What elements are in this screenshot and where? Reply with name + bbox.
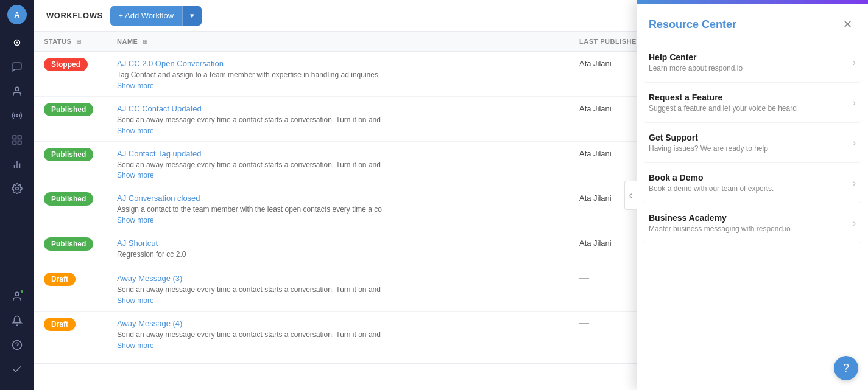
sidebar-item-broadcast[interactable] (6, 105, 28, 127)
table-cell-status: Published (34, 141, 107, 186)
show-more-link[interactable]: Show more (117, 82, 560, 90)
show-more-link[interactable]: Show more (117, 171, 560, 179)
resource-item-title: Book a Demo (649, 173, 853, 183)
table-cell-status: Published (34, 96, 107, 141)
status-badge: Published (44, 192, 93, 206)
show-more-link[interactable]: Show more (117, 216, 560, 225)
workflow-description: Assign a contact to the team member with… (117, 204, 560, 215)
sidebar-item-chat[interactable] (6, 56, 28, 78)
table-cell-name: AJ ShortcutRegression for cc 2.0 (107, 231, 570, 266)
add-workflow-button[interactable]: + Add Workflow ▾ (110, 6, 202, 26)
resource-panel-header: Resource Center ✕ (637, 4, 868, 43)
add-workflow-main-button[interactable]: + Add Workflow (110, 6, 182, 26)
sidebar-item-home[interactable] (6, 32, 28, 54)
table-cell-status: Published (34, 186, 107, 231)
workflow-name-link[interactable]: Away Message (4) (117, 319, 182, 328)
resource-center-panel: Resource Center ✕ Help CenterLearn more … (637, 0, 868, 390)
resource-item-description: Having issues? We are ready to help (649, 144, 853, 153)
sidebar-item-flows[interactable] (6, 129, 28, 151)
avatar[interactable]: A (7, 5, 27, 24)
resource-item-text: Get SupportHaving issues? We are ready t… (649, 133, 853, 153)
svg-point-12 (15, 292, 19, 296)
svg-rect-5 (18, 136, 21, 139)
last-published-by-value: Ata Jilani (579, 149, 612, 158)
resource-panel-close-button[interactable]: ✕ (839, 16, 856, 33)
svg-rect-7 (13, 141, 16, 144)
resource-item-description: Master business messaging with respond.i… (649, 225, 853, 233)
resource-item-title: Get Support (649, 133, 853, 142)
resource-item-arrow-icon: › (853, 97, 856, 108)
resource-item-arrow-icon: › (853, 57, 856, 68)
status-badge: Published (44, 237, 93, 251)
last-published-by-value: Ata Jilani (579, 104, 612, 113)
sidebar: A (0, 0, 34, 390)
add-workflow-dropdown-button[interactable]: ▾ (182, 6, 202, 26)
resource-item-description: Suggest a feature and let your voice be … (649, 104, 853, 113)
resource-items-list: Help CenterLearn more about respond.io›R… (637, 43, 868, 390)
table-cell-name: AJ Contact Tag updatedSend an away messa… (107, 141, 570, 186)
panel-collapse-button[interactable]: ‹ (624, 181, 637, 210)
workflow-name-link[interactable]: AJ Conversation closed (117, 193, 200, 203)
sidebar-item-help[interactable] (6, 334, 28, 356)
resource-item-arrow-icon: › (853, 138, 856, 148)
table-cell-name: AJ CC Contact UpdatedSend an away messag… (107, 96, 570, 141)
resource-item-3[interactable]: Book a DemoBook a demo with our team of … (641, 163, 863, 203)
svg-point-2 (15, 87, 19, 91)
status-badge: Draft (44, 318, 76, 331)
show-more-link[interactable]: Show more (117, 341, 560, 350)
resource-item-description: Book a demo with our team of experts. (649, 184, 853, 193)
sidebar-item-check[interactable] (6, 358, 28, 380)
column-header-name[interactable]: NAME ⊞ (107, 32, 570, 52)
workflow-name-link[interactable]: AJ CC 2.0 Open Conversation (117, 59, 224, 68)
status-badge: Published (44, 148, 93, 161)
show-more-link[interactable]: Show more (117, 127, 560, 135)
status-badge: Stopped (44, 58, 88, 71)
resource-item-text: Business AcademyMaster business messagin… (649, 213, 853, 233)
resource-item-arrow-icon: › (853, 178, 856, 189)
resource-item-text: Help CenterLearn more about respond.io (649, 52, 853, 72)
show-more-link[interactable]: Show more (117, 296, 560, 305)
svg-point-3 (16, 115, 18, 117)
resource-item-text: Book a DemoBook a demo with our team of … (649, 173, 853, 193)
column-header-status[interactable]: STATUS ⊞ (34, 32, 107, 52)
last-published-by-value: — (579, 273, 589, 283)
help-fab-button[interactable]: ? (834, 356, 858, 380)
resource-item-0[interactable]: Help CenterLearn more about respond.io› (641, 43, 863, 83)
resource-item-4[interactable]: Business AcademyMaster business messagin… (641, 203, 863, 243)
table-cell-status: Published (34, 231, 107, 266)
sidebar-item-reports[interactable] (6, 153, 28, 175)
resource-panel-title: Resource Center (649, 18, 736, 31)
svg-point-1 (16, 42, 18, 44)
workflow-description: Tag Contact and assign to a team member … (117, 70, 560, 80)
resource-item-2[interactable]: Get SupportHaving issues? We are ready t… (641, 123, 863, 163)
sidebar-item-user-profile[interactable] (6, 285, 28, 307)
main-content: WORKFLOWS + Add Workflow ▾ STATUS ⊞ NAME… (34, 0, 868, 390)
sidebar-item-notifications[interactable] (6, 310, 28, 332)
table-cell-status: Stopped (34, 52, 107, 97)
resource-item-1[interactable]: Request a FeatureSuggest a feature and l… (641, 83, 863, 123)
resource-item-title: Business Academy (649, 213, 853, 223)
svg-rect-4 (13, 136, 16, 139)
table-cell-name: AJ Conversation closedAssign a contact t… (107, 186, 570, 231)
workflow-description: Send an away message every time a contac… (117, 160, 560, 170)
table-cell-name: Away Message (3)Send an away message eve… (107, 266, 570, 311)
workflow-name-link[interactable]: AJ Contact Tag updated (117, 149, 202, 158)
workflow-name-link[interactable]: AJ CC Contact Updated (117, 104, 202, 113)
workflow-description: Send an away message every time a contac… (117, 285, 560, 295)
page-title: WORKFLOWS (46, 11, 103, 20)
sidebar-item-contacts[interactable] (6, 80, 28, 102)
resource-item-text: Request a FeatureSuggest a feature and l… (649, 92, 853, 113)
last-published-by-value: Ata Jilani (579, 239, 612, 248)
svg-point-11 (16, 187, 19, 190)
status-badge: Draft (44, 273, 76, 286)
workflow-description: Send an away message every time a contac… (117, 115, 560, 125)
resource-item-title: Request a Feature (649, 92, 853, 102)
sidebar-item-settings[interactable] (6, 178, 28, 200)
workflow-name-link[interactable]: Away Message (3) (117, 274, 182, 283)
status-badge: Published (44, 103, 93, 116)
last-published-by-value: Ata Jilani (579, 59, 612, 68)
resource-item-description: Learn more about respond.io (649, 64, 853, 72)
svg-rect-6 (18, 141, 21, 144)
workflow-name-link[interactable]: AJ Shortcut (117, 239, 158, 248)
resource-item-title: Help Center (649, 52, 853, 62)
